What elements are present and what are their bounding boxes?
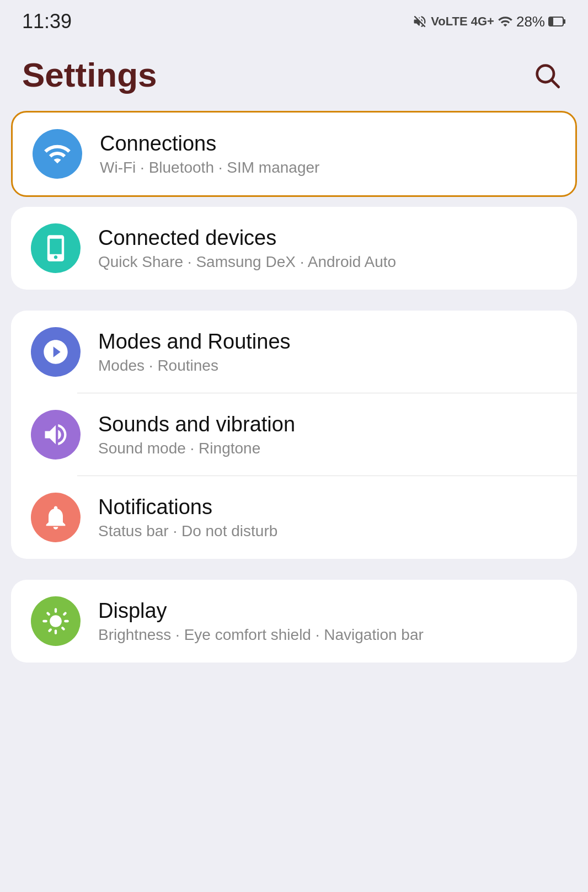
- sounds-vibration-title: Sounds and vibration: [98, 413, 557, 436]
- notification-icon: [41, 503, 70, 532]
- status-bar: 11:39 VoLTE 4G+ 28%: [0, 0, 588, 39]
- connections-subtitle: Wi-Fi · Bluetooth · SIM manager: [100, 159, 555, 177]
- svg-line-4: [552, 80, 559, 87]
- mute-icon: [412, 14, 427, 29]
- connected-devices-item[interactable]: Connected devices Quick Share · Samsung …: [11, 207, 577, 290]
- connected-devices-icon-bg: [31, 223, 81, 273]
- modes-routines-text: Modes and Routines Modes · Routines: [98, 330, 557, 375]
- connections-section: Connections Wi-Fi · Bluetooth · SIM mana…: [11, 111, 577, 197]
- display-title: Display: [98, 599, 557, 623]
- settings-header: Settings: [0, 39, 588, 111]
- modes-sounds-notifications-group: Modes and Routines Modes · Routines Soun…: [11, 311, 577, 559]
- svg-rect-1: [563, 19, 565, 24]
- display-section: Display Brightness · Eye comfort shield …: [11, 580, 577, 663]
- modes-routines-item[interactable]: Modes and Routines Modes · Routines: [11, 311, 577, 393]
- display-icon-bg: [31, 596, 81, 646]
- sounds-vibration-subtitle: Sound mode · Ringtone: [98, 440, 557, 457]
- sound-icon: [41, 420, 70, 449]
- network-indicator: VoLTE 4G+: [431, 14, 494, 29]
- connected-devices-text: Connected devices Quick Share · Samsung …: [98, 226, 557, 271]
- connections-text: Connections Wi-Fi · Bluetooth · SIM mana…: [100, 132, 555, 177]
- modes-icon-bg: [31, 327, 81, 377]
- devices-icon: [41, 234, 70, 263]
- modes-icon: [41, 338, 70, 366]
- connections-item[interactable]: Connections Wi-Fi · Bluetooth · SIM mana…: [13, 113, 575, 195]
- connected-devices-section: Connected devices Quick Share · Samsung …: [11, 207, 577, 290]
- display-icon: [41, 607, 70, 635]
- search-button[interactable]: [527, 56, 566, 94]
- connections-title: Connections: [100, 132, 555, 156]
- modes-routines-subtitle: Modes · Routines: [98, 357, 557, 375]
- notifications-text: Notifications Status bar · Do not distur…: [98, 495, 557, 540]
- notifications-item[interactable]: Notifications Status bar · Do not distur…: [11, 476, 577, 559]
- display-subtitle: Brightness · Eye comfort shield · Naviga…: [98, 626, 557, 644]
- notifications-subtitle: Status bar · Do not disturb: [98, 522, 557, 540]
- wifi-icon: [43, 140, 72, 168]
- status-time: 11:39: [22, 10, 72, 33]
- status-icons: VoLTE 4G+ 28%: [412, 13, 566, 30]
- sounds-icon-bg: [31, 410, 81, 460]
- search-icon: [532, 61, 561, 89]
- display-text: Display Brightness · Eye comfort shield …: [98, 599, 557, 644]
- notifications-title: Notifications: [98, 495, 557, 519]
- connections-icon-bg: [33, 129, 82, 179]
- modes-routines-title: Modes and Routines: [98, 330, 557, 354]
- battery-percentage: 28%: [516, 13, 545, 30]
- connected-devices-title: Connected devices: [98, 226, 557, 250]
- sounds-vibration-item[interactable]: Sounds and vibration Sound mode · Ringto…: [11, 393, 577, 476]
- connected-devices-subtitle: Quick Share · Samsung DeX · Android Auto: [98, 253, 557, 271]
- page-title: Settings: [22, 55, 157, 94]
- display-item[interactable]: Display Brightness · Eye comfort shield …: [11, 580, 577, 663]
- battery-icon: [548, 16, 566, 27]
- signal-icon: [498, 14, 513, 29]
- notifications-icon-bg: [31, 493, 81, 542]
- svg-rect-2: [549, 18, 553, 25]
- sounds-vibration-text: Sounds and vibration Sound mode · Ringto…: [98, 413, 557, 457]
